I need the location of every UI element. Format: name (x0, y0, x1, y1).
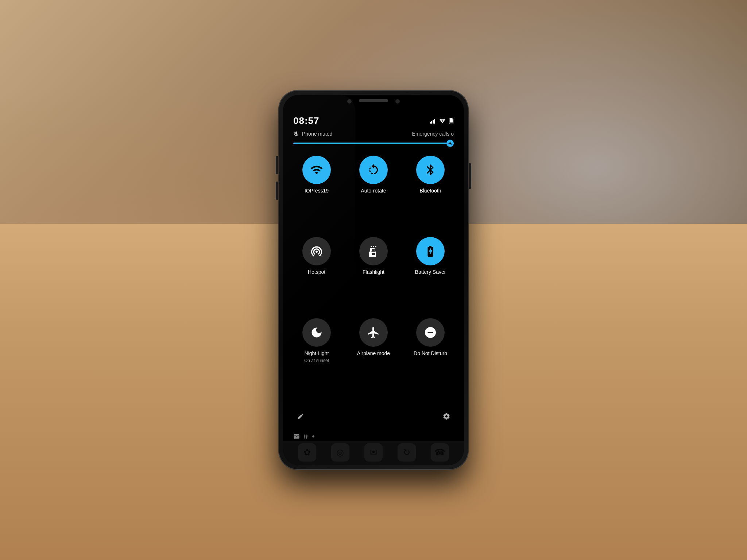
quick-settings-grid: IOPress19Auto-rotateBluetoothHotspotFlas… (283, 150, 464, 405)
sensor (395, 99, 400, 104)
svg-line-17 (449, 144, 449, 145)
bottom-notification-icons (293, 433, 314, 440)
qs-tile-battery-saver[interactable]: Battery Saver (406, 237, 455, 311)
qs-label-hotspot: Hotspot (308, 269, 325, 275)
battery-status-icon (449, 118, 454, 124)
muted-label: Phone muted (302, 131, 332, 137)
svg-rect-1 (431, 121, 432, 124)
qs-icon-wrap-airplane-mode (359, 318, 388, 347)
qs-label-flashlight: Flashlight (363, 269, 384, 275)
qs-label-night-light: Night Light (305, 350, 329, 357)
qs-label-battery-saver: Battery Saver (415, 269, 446, 275)
qs-tile-auto-rotate[interactable]: Auto-rotate (349, 156, 398, 230)
phone-wrapper: 08:57 (279, 90, 468, 470)
emergency-label: Emergency calls o (412, 131, 454, 137)
front-camera (347, 99, 352, 104)
qs-tile-wifi[interactable]: IOPress19 (292, 156, 341, 230)
svg-rect-7 (450, 119, 453, 122)
svg-point-4 (442, 122, 443, 123)
qs-tile-flashlight[interactable]: Flashlight (349, 237, 398, 311)
volume-up-button[interactable] (276, 156, 278, 174)
qs-icon-wrap-wifi (302, 156, 331, 184)
qs-label-bluetooth: Bluetooth (419, 188, 441, 194)
qs-label-wifi: IOPress19 (305, 188, 329, 194)
svg-point-9 (449, 143, 451, 144)
dock-icon-2[interactable]: ◎ (331, 443, 349, 462)
svg-line-16 (451, 142, 452, 142)
qs-icon-wrap-do-not-disturb (416, 318, 445, 347)
qs-tile-bluetooth[interactable]: Bluetooth (406, 156, 455, 230)
dock-icon-4[interactable]: ↻ (398, 443, 416, 462)
wifi-status-icon (439, 118, 446, 124)
qs-tile-night-light[interactable]: Night LightOn at sunset (292, 318, 341, 399)
power-button[interactable] (469, 163, 471, 189)
signal-icon (430, 118, 436, 124)
svg-rect-2 (433, 120, 434, 124)
qs-label-auto-rotate: Auto-rotate (361, 188, 386, 194)
dock-icon-5[interactable]: ☎ (431, 443, 449, 462)
qs-sublabel-night-light: On at sunset (304, 358, 329, 363)
notification-left: Phone muted (293, 131, 332, 137)
notch-area (283, 95, 464, 104)
bottom-status-bar (283, 431, 464, 441)
qs-icon-wrap-night-light (302, 318, 331, 347)
svg-line-14 (449, 142, 449, 142)
svg-rect-6 (450, 118, 452, 119)
screen-content: 08:57 (283, 95, 464, 465)
svg-line-15 (451, 144, 452, 145)
dock-icon-3[interactable]: ✉ (364, 443, 383, 462)
edit-button[interactable] (293, 409, 308, 424)
qs-tile-do-not-disturb[interactable]: Do Not Disturb (406, 318, 455, 399)
phone-body: 08:57 (279, 90, 468, 470)
mail-icon (293, 433, 300, 440)
hash-icon (303, 433, 309, 440)
brightness-thumb[interactable] (446, 140, 454, 147)
speaker-grille (359, 99, 388, 102)
bottom-bar (283, 405, 464, 431)
qs-tile-airplane-mode[interactable]: Airplane mode (349, 318, 398, 399)
svg-rect-3 (434, 119, 435, 124)
brightness-icon (448, 141, 452, 145)
phone-screen: 08:57 (283, 95, 464, 465)
status-icons (430, 118, 454, 124)
qs-icon-wrap-hotspot (302, 237, 331, 265)
status-bar: 08:57 (283, 104, 464, 129)
qs-label-do-not-disturb: Do Not Disturb (414, 350, 447, 357)
qs-label-airplane-mode: Airplane mode (357, 350, 390, 357)
brightness-slider[interactable] (293, 143, 454, 144)
qs-icon-wrap-auto-rotate (359, 156, 388, 184)
qs-icon-wrap-flashlight (359, 237, 388, 265)
qs-tile-hotspot[interactable]: Hotspot (292, 237, 341, 311)
app-dock: ✿ ◎ ✉ ↻ ☎ (283, 441, 464, 465)
qs-icon-wrap-bluetooth (416, 156, 445, 184)
dock-icon-1[interactable]: ✿ (298, 443, 316, 462)
settings-button[interactable] (439, 409, 454, 424)
clock: 08:57 (293, 115, 320, 127)
mute-icon (293, 131, 299, 137)
qs-icon-wrap-battery-saver (416, 237, 445, 265)
svg-rect-0 (430, 122, 431, 124)
brightness-row (283, 140, 464, 150)
notification-dot (312, 435, 314, 438)
volume-down-button[interactable] (276, 182, 278, 200)
notification-bar: Phone muted Emergency calls o (283, 129, 464, 140)
